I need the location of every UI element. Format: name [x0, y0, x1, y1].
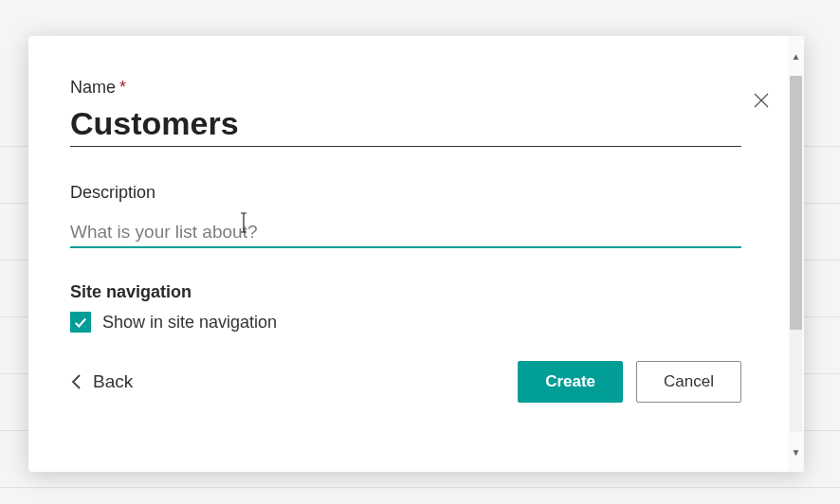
scroll-up-icon[interactable]: ▲: [788, 36, 804, 76]
required-marker: *: [119, 78, 126, 97]
chevron-left-icon: [70, 373, 83, 390]
cancel-button[interactable]: Cancel: [636, 361, 741, 403]
show-in-nav-label: Show in site navigation: [102, 313, 277, 333]
name-label: Name*: [70, 78, 746, 98]
scrollbar[interactable]: ▲ ▼: [788, 36, 804, 472]
show-in-nav-checkbox[interactable]: [70, 312, 91, 333]
scrollbar-thumb[interactable]: [790, 76, 802, 330]
scroll-down-icon[interactable]: ▼: [788, 432, 804, 472]
close-button[interactable]: [748, 87, 775, 114]
name-input[interactable]: Customers: [70, 103, 741, 147]
create-list-dialog: Name* Customers Description Site navigat…: [28, 36, 804, 472]
back-label: Back: [93, 371, 133, 392]
name-field: Name* Customers: [70, 78, 746, 147]
create-button[interactable]: Create: [518, 361, 623, 403]
back-button[interactable]: Back: [70, 371, 133, 392]
checkmark-icon: [74, 315, 87, 329]
site-navigation-section: Site navigation Show in site navigation: [70, 282, 746, 333]
description-input[interactable]: [70, 216, 741, 248]
dialog-footer: Back Create Cancel: [70, 361, 741, 403]
close-icon: [754, 93, 769, 108]
description-field: Description: [70, 183, 746, 248]
site-navigation-heading: Site navigation: [70, 282, 746, 302]
description-label: Description: [70, 183, 746, 203]
